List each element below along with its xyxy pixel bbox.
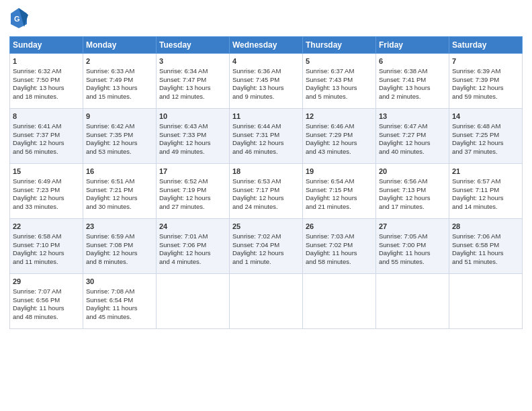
day-number: 15 xyxy=(13,167,80,177)
day-number: 2 xyxy=(86,56,153,66)
sunset-line: Sunset: 7:31 PM xyxy=(232,131,279,138)
daylight-line1: Daylight: 11 hours xyxy=(452,249,504,257)
daylight-line1: Daylight: 12 hours xyxy=(86,194,138,201)
sunrise-line: Sunrise: 6:42 AM xyxy=(86,122,134,130)
header-wednesday: Wednesday xyxy=(230,37,303,54)
calendar-cell: 30Sunrise: 7:08 AMSunset: 6:54 PMDayligh… xyxy=(83,274,157,329)
sunset-line: Sunset: 7:50 PM xyxy=(13,76,60,83)
calendar-container: G SundayMondayTuesdayWednesdayThursdayFr… xyxy=(0,0,532,336)
sunrise-line: Sunrise: 6:39 AM xyxy=(452,67,500,75)
sunset-line: Sunset: 7:25 PM xyxy=(452,131,499,138)
sunset-line: Sunset: 7:02 PM xyxy=(306,241,353,248)
daylight-line1: Daylight: 12 hours xyxy=(13,249,64,257)
calendar-cell: 19Sunrise: 6:54 AMSunset: 7:15 PMDayligh… xyxy=(303,164,376,219)
header-monday: Monday xyxy=(83,37,157,54)
calendar-cell: 4Sunrise: 6:36 AMSunset: 7:45 PMDaylight… xyxy=(230,54,303,109)
day-number: 21 xyxy=(452,167,519,177)
svg-text:G: G xyxy=(14,15,20,23)
sunrise-line: Sunrise: 6:48 AM xyxy=(452,122,500,130)
calendar-cell: 8Sunrise: 6:41 AMSunset: 7:37 PMDaylight… xyxy=(10,109,83,164)
daylight-line2: and 4 minutes. xyxy=(159,258,201,265)
daylight-line2: and 17 minutes. xyxy=(379,203,425,210)
daylight-line1: Daylight: 12 hours xyxy=(452,139,504,146)
daylight-line2: and 11 minutes. xyxy=(13,258,58,265)
sunrise-line: Sunrise: 7:01 AM xyxy=(159,232,208,240)
header-sunday: Sunday xyxy=(10,37,83,54)
sunrise-line: Sunrise: 6:58 AM xyxy=(13,232,61,240)
daylight-line2: and 24 minutes. xyxy=(232,203,278,210)
calendar-cell: 11Sunrise: 6:44 AMSunset: 7:31 PMDayligh… xyxy=(230,109,303,164)
sunrise-line: Sunrise: 7:06 AM xyxy=(452,232,500,240)
sunrise-line: Sunrise: 7:05 AM xyxy=(379,232,427,240)
sunset-line: Sunset: 7:19 PM xyxy=(159,186,206,193)
calendar-cell: 14Sunrise: 6:48 AMSunset: 7:25 PMDayligh… xyxy=(449,109,523,164)
daylight-line1: Daylight: 13 hours xyxy=(13,84,64,91)
daylight-line1: Daylight: 12 hours xyxy=(232,194,284,201)
daylight-line2: and 59 minutes. xyxy=(452,93,498,100)
sunrise-line: Sunrise: 6:49 AM xyxy=(13,177,61,185)
day-number: 27 xyxy=(379,222,446,232)
header-saturday: Saturday xyxy=(449,37,523,54)
daylight-line2: and 37 minutes. xyxy=(452,148,498,155)
sunrise-line: Sunrise: 6:59 AM xyxy=(86,232,134,240)
daylight-line2: and 14 minutes. xyxy=(452,203,498,210)
sunrise-line: Sunrise: 6:37 AM xyxy=(306,67,354,75)
header-tuesday: Tuesday xyxy=(157,37,230,54)
calendar-cell: 23Sunrise: 6:59 AMSunset: 7:08 PMDayligh… xyxy=(83,219,157,274)
day-number: 8 xyxy=(13,111,80,122)
day-number: 10 xyxy=(159,111,226,122)
day-number: 5 xyxy=(306,56,373,66)
daylight-line2: and 30 minutes. xyxy=(86,203,132,210)
daylight-line2: and 9 minutes. xyxy=(232,93,274,100)
day-number: 11 xyxy=(232,111,300,122)
sunrise-line: Sunrise: 6:47 AM xyxy=(379,122,427,130)
daylight-line1: Daylight: 13 hours xyxy=(159,84,211,91)
daylight-line2: and 33 minutes. xyxy=(13,203,58,210)
sunset-line: Sunset: 7:45 PM xyxy=(232,76,279,83)
daylight-line2: and 46 minutes. xyxy=(232,148,278,155)
sunrise-line: Sunrise: 6:36 AM xyxy=(232,67,281,75)
day-number: 9 xyxy=(86,111,153,122)
calendar-cell: 5Sunrise: 6:37 AMSunset: 7:43 PMDaylight… xyxy=(303,54,376,109)
sunset-line: Sunset: 7:47 PM xyxy=(159,76,206,83)
calendar-cell: 15Sunrise: 6:49 AMSunset: 7:23 PMDayligh… xyxy=(10,164,83,219)
sunset-line: Sunset: 7:29 PM xyxy=(306,131,353,138)
day-number: 14 xyxy=(452,111,519,122)
daylight-line1: Daylight: 12 hours xyxy=(86,249,138,257)
daylight-line2: and 8 minutes. xyxy=(86,258,128,265)
daylight-line2: and 49 minutes. xyxy=(159,148,205,155)
day-number: 13 xyxy=(379,111,446,122)
calendar-cell xyxy=(230,274,303,329)
calendar-cell: 28Sunrise: 7:06 AMSunset: 6:58 PMDayligh… xyxy=(449,219,523,274)
daylight-line1: Daylight: 13 hours xyxy=(232,84,284,91)
sunset-line: Sunset: 7:08 PM xyxy=(86,241,133,248)
sunrise-line: Sunrise: 6:52 AM xyxy=(159,177,208,185)
day-number: 17 xyxy=(159,167,226,177)
sunrise-line: Sunrise: 6:57 AM xyxy=(452,177,500,185)
sunset-line: Sunset: 7:00 PM xyxy=(379,241,426,248)
daylight-line2: and 55 minutes. xyxy=(379,258,425,265)
sunset-line: Sunset: 7:11 PM xyxy=(452,186,499,193)
sunset-line: Sunset: 7:10 PM xyxy=(13,241,60,248)
daylight-line1: Daylight: 11 hours xyxy=(86,304,138,312)
calendar-header-row: SundayMondayTuesdayWednesdayThursdayFrid… xyxy=(10,37,523,54)
day-number: 4 xyxy=(232,56,300,66)
daylight-line2: and 2 minutes. xyxy=(379,93,420,100)
daylight-line2: and 40 minutes. xyxy=(379,148,425,155)
daylight-line1: Daylight: 11 hours xyxy=(379,249,431,257)
calendar-cell xyxy=(157,274,230,329)
daylight-line1: Daylight: 12 hours xyxy=(306,194,357,201)
daylight-line1: Daylight: 13 hours xyxy=(306,84,357,91)
day-number: 28 xyxy=(452,222,519,232)
daylight-line2: and 45 minutes. xyxy=(86,313,132,320)
daylight-line2: and 5 minutes. xyxy=(306,93,347,100)
calendar-week-row: 15Sunrise: 6:49 AMSunset: 7:23 PMDayligh… xyxy=(10,164,523,219)
daylight-line1: Daylight: 12 hours xyxy=(452,194,504,201)
sunset-line: Sunset: 7:17 PM xyxy=(232,186,279,193)
daylight-line1: Daylight: 12 hours xyxy=(13,194,64,201)
daylight-line1: Daylight: 12 hours xyxy=(159,139,211,146)
calendar-cell: 12Sunrise: 6:46 AMSunset: 7:29 PMDayligh… xyxy=(303,109,376,164)
sunrise-line: Sunrise: 7:07 AM xyxy=(13,287,61,295)
day-number: 3 xyxy=(159,56,226,66)
calendar-cell: 27Sunrise: 7:05 AMSunset: 7:00 PMDayligh… xyxy=(376,219,449,274)
